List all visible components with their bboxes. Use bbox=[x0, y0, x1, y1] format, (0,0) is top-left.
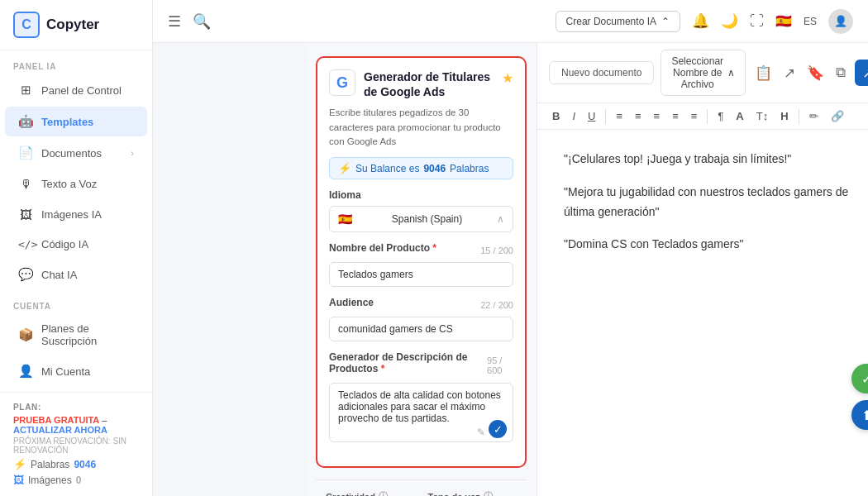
topnav-left: ☰ 🔍 bbox=[168, 12, 211, 31]
palabras-label: Palabras bbox=[31, 459, 69, 470]
topnav-right: Crear Documento IA ⌃ 🔔 🌙 ⛶ 🇪🇸 ES 👤 bbox=[556, 9, 853, 34]
editor-line-3: "Domina CS con Teclados gamers" bbox=[564, 235, 866, 255]
bold-button[interactable]: B bbox=[547, 107, 565, 125]
right-panel: Nuevo documento Seleccionar Nombre de Ar… bbox=[537, 43, 868, 496]
image-icon-small: 🖼 bbox=[13, 474, 24, 486]
tono-info-icon[interactable]: ⓘ bbox=[484, 490, 493, 496]
editor-area[interactable]: "¡Celulares top! ¡Juega y trabaja sin lí… bbox=[537, 130, 868, 496]
sidebar-item-label: Mi Cuenta bbox=[41, 365, 90, 378]
sidebar-item-panel-control[interactable]: ⊞ Panel de Control bbox=[5, 75, 147, 105]
product-input[interactable] bbox=[329, 262, 513, 287]
scroll-top-float-button[interactable]: ⬆ bbox=[851, 400, 868, 430]
fullscreen-icon[interactable]: ⛶ bbox=[750, 13, 764, 30]
section-panel-label: PANEL IA bbox=[0, 50, 152, 74]
nuevo-documento-button[interactable]: Nuevo documento bbox=[549, 61, 654, 84]
align-left-button[interactable]: ≡ bbox=[611, 107, 627, 125]
google-logo-icon: G bbox=[329, 69, 355, 96]
pen-button[interactable]: ✏ bbox=[804, 107, 823, 125]
plan-free-text: PRUEBA GRATUITA bbox=[13, 415, 99, 425]
format-separator-1 bbox=[605, 109, 606, 124]
sidebar-item-label: Panel de Control bbox=[41, 84, 122, 97]
idioma-label: Idioma bbox=[329, 189, 513, 201]
paragraph-button[interactable]: ¶ bbox=[713, 107, 728, 125]
credits-plan-info: PRUEBA GRATUITA – ACTUALIZAR AHORA bbox=[13, 415, 139, 435]
credits-plan-label: PLAN: bbox=[13, 403, 139, 412]
sidebar-item-label: Planes de Suscripción bbox=[41, 322, 134, 347]
credits-section: PLAN: PRUEBA GRATUITA – ACTUALIZAR AHORA… bbox=[0, 392, 152, 496]
sidebar-item-imagenes-ia[interactable]: 🖼 Imágenes IA bbox=[5, 200, 147, 229]
sidebar-item-label: Imágenes IA bbox=[41, 208, 102, 221]
hamburger-icon[interactable]: ☰ bbox=[168, 12, 181, 31]
select-archive-button[interactable]: Seleccionar Nombre de Archivo ∧ bbox=[661, 50, 746, 96]
font-color-button[interactable]: A bbox=[731, 107, 748, 125]
align-right-button[interactable]: ≡ bbox=[649, 107, 665, 125]
idioma-value: Spanish (Spain) bbox=[392, 213, 462, 225]
sidebar-item-chat-ia[interactable]: 💬 Chat IA bbox=[5, 260, 147, 289]
creatividad-info-icon[interactable]: ⓘ bbox=[379, 490, 388, 496]
share-icon[interactable]: ↗ bbox=[781, 62, 798, 84]
imagenes-val: 0 bbox=[76, 475, 82, 486]
bottom-sliders-section: Creatividad ⓘ Media ∨ Tono de voz ⓘ Casu… bbox=[316, 479, 527, 496]
copy-doc-icon[interactable]: 📋 bbox=[752, 62, 775, 84]
box-icon: 📦 bbox=[18, 327, 33, 342]
main-wrap: G Generador de Titulares de Google Ads ★… bbox=[306, 43, 868, 496]
credits-renew-label: PRÓXIMA RENOVACIÓN: SIN RENOVACIÓN bbox=[13, 436, 139, 455]
user-avatar[interactable]: 👤 bbox=[828, 9, 853, 34]
sidebar-item-documentos[interactable]: 📄 Documentos › bbox=[5, 138, 147, 168]
flag-icon: 🇪🇸 bbox=[775, 13, 792, 29]
sidebar-item-planes[interactable]: 📦 Planes de Suscripción bbox=[5, 315, 147, 355]
idioma-select[interactable]: 🇪🇸 Spanish (Spain) ∧ bbox=[329, 206, 513, 232]
editor-toolbar-icons: 📋 ↗ 🔖 ⧉ ↗ bbox=[752, 60, 868, 86]
audience-input[interactable] bbox=[329, 317, 513, 341]
audience-label: Audience bbox=[329, 297, 374, 308]
creatividad-label: Creatividad ⓘ bbox=[326, 490, 415, 496]
font-size-button[interactable]: T↕ bbox=[751, 107, 773, 125]
doc-icon: 📄 bbox=[18, 145, 33, 160]
sidebar-logo: C Copyter bbox=[0, 0, 152, 50]
imagenes-label: Imágenes bbox=[28, 475, 72, 486]
template-description: Escribe titulares pegadizos de 30 caract… bbox=[329, 106, 513, 149]
bookmark-icon[interactable]: 🔖 bbox=[804, 62, 827, 84]
code-icon: </> bbox=[18, 238, 33, 250]
list-button[interactable]: ≡ bbox=[686, 107, 703, 125]
audience-count: 22 / 200 bbox=[480, 300, 513, 310]
desc-textarea[interactable]: Teclados de alta calidad con botones adi… bbox=[329, 383, 513, 442]
check-float-button[interactable]: ✓ bbox=[851, 364, 868, 393]
sidebar-item-codigo-ia[interactable]: </> Código IA bbox=[5, 231, 147, 258]
italic-button[interactable]: I bbox=[567, 107, 580, 125]
moon-icon[interactable]: 🌙 bbox=[721, 12, 738, 30]
align-justify-button[interactable]: ≡ bbox=[667, 107, 684, 125]
image-icon: 🖼 bbox=[18, 207, 33, 222]
right-toolbar: Nuevo documento Seleccionar Nombre de Ar… bbox=[537, 43, 868, 103]
search-icon[interactable]: 🔍 bbox=[193, 12, 211, 31]
chevron-right-icon: › bbox=[131, 148, 134, 158]
link-button[interactable]: 🔗 bbox=[826, 107, 849, 125]
heading-button[interactable]: H bbox=[775, 107, 793, 125]
plan-update-link[interactable]: ACTUALIZAR AHORA bbox=[13, 425, 107, 435]
crear-documento-button[interactable]: Crear Documento IA ⌃ bbox=[556, 11, 680, 32]
underline-button[interactable]: U bbox=[583, 107, 600, 125]
float-buttons: ✓ ⬆ bbox=[851, 364, 868, 430]
desc-textarea-wrap: Teclados de alta calidad con botones adi… bbox=[329, 383, 513, 445]
chevron-up-archive-icon: ∧ bbox=[727, 67, 735, 79]
bell-icon[interactable]: 🔔 bbox=[692, 12, 709, 30]
credits-palabras-row: ⚡ Palabras 9046 bbox=[13, 458, 139, 470]
audience-field-row: Audience 22 / 200 bbox=[329, 297, 513, 313]
duplicate-icon[interactable]: ⧉ bbox=[833, 62, 848, 83]
mic-icon: 🎙 bbox=[18, 177, 33, 191]
product-label: Nombre del Producto * bbox=[329, 242, 436, 254]
product-count: 15 / 200 bbox=[480, 246, 513, 255]
sidebar-item-label: Texto a Voz bbox=[41, 178, 97, 190]
balance-unit: Palabras bbox=[450, 163, 489, 174]
align-center-button[interactable]: ≡ bbox=[630, 107, 646, 125]
sidebar-item-templates[interactable]: 🤖 Templates bbox=[5, 107, 147, 136]
edit-icon[interactable]: ✎ bbox=[477, 427, 485, 438]
chat-icon: 💬 bbox=[18, 267, 33, 282]
select-archive-label: Seleccionar Nombre de Archivo bbox=[671, 55, 723, 90]
template-title: Generador de Titulares de Google Ads bbox=[364, 69, 494, 99]
sidebar-item-texto-voz[interactable]: 🎙 Texto a Voz bbox=[5, 169, 147, 198]
star-icon[interactable]: ★ bbox=[502, 70, 513, 86]
top-navbar: ☰ 🔍 Crear Documento IA ⌃ 🔔 🌙 ⛶ 🇪🇸 ES 👤 bbox=[153, 0, 868, 43]
sidebar-item-mi-cuenta[interactable]: 👤 Mi Cuenta bbox=[5, 356, 147, 386]
export-button[interactable]: ↗ bbox=[855, 60, 868, 86]
